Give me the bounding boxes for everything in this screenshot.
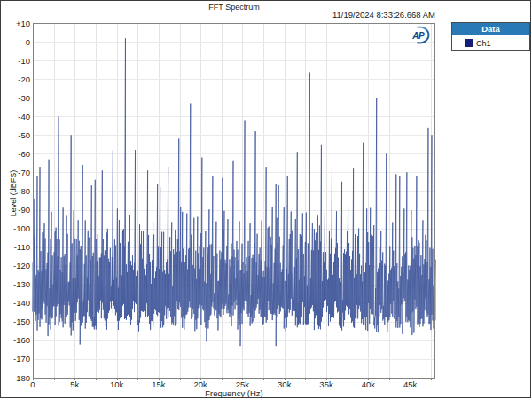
spectrum-trace xyxy=(33,38,435,346)
x-tick-label: 45k xyxy=(395,379,426,389)
x-tick-label: 10k xyxy=(101,379,133,389)
x-tick-label: 35k xyxy=(310,379,342,389)
x-tick-label: 40k xyxy=(352,379,384,389)
y-tick-label: +10 xyxy=(1,19,30,28)
timestamp: 11/19/2024 8:33:26.668 AM xyxy=(33,10,435,20)
y-tick-label: -160 xyxy=(1,335,30,345)
y-tick-label: -110 xyxy=(1,242,30,252)
y-tick-label: -20 xyxy=(1,74,30,84)
y-tick-label: -70 xyxy=(1,168,30,177)
y-tick-label: -80 xyxy=(1,186,30,196)
legend-box: Data Ch1 xyxy=(451,22,530,51)
y-tick-label: -10 xyxy=(1,56,30,66)
y-tick-label: -90 xyxy=(1,205,30,215)
y-tick-label: 0 xyxy=(1,37,30,47)
legend-swatch-ch1 xyxy=(465,39,473,47)
y-tick-label: -140 xyxy=(1,298,30,308)
y-tick-label: -130 xyxy=(1,279,30,289)
y-tick-label: -60 xyxy=(1,149,30,159)
x-tick-label: 15k xyxy=(143,379,175,389)
y-tick-label: -50 xyxy=(1,130,30,140)
y-tick-label: -100 xyxy=(1,223,30,233)
x-tick-label: 30k xyxy=(269,379,301,389)
y-tick-label: -40 xyxy=(1,112,30,121)
x-tick-label: 0 xyxy=(17,379,49,389)
y-tick-label: -150 xyxy=(1,317,30,326)
legend-label-ch1: Ch1 xyxy=(476,39,491,48)
ap-logo: AP xyxy=(410,26,433,45)
y-tick-label: -170 xyxy=(1,354,30,364)
x-tick-label: 20k xyxy=(184,379,216,389)
plot-area[interactable] xyxy=(1,1,531,398)
x-axis-title: Frequency (Hz) xyxy=(33,388,435,398)
y-tick-label: -30 xyxy=(1,93,30,103)
x-tick-label: 5k xyxy=(59,379,90,389)
x-tick-label: 25k xyxy=(226,379,258,389)
ap-logo-text: AP xyxy=(411,31,425,41)
y-tick-label: -120 xyxy=(1,261,30,270)
legend-item-ch1[interactable]: Ch1 xyxy=(452,35,529,51)
app-window: FFT Spectrum 11/19/2024 8:33:26.668 AM L… xyxy=(0,0,531,398)
legend-header: Data xyxy=(452,23,529,35)
